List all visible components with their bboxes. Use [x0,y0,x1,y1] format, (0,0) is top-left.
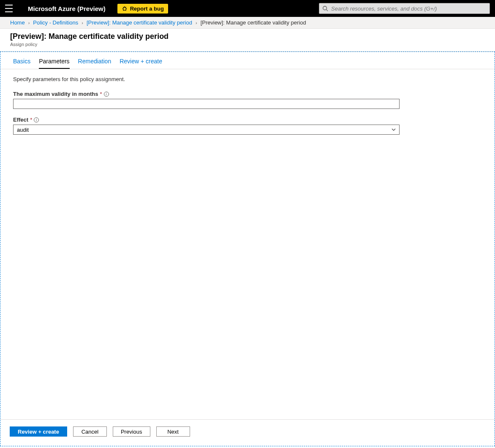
breadcrumb-current: [Preview]: Manage certificate validity p… [201,19,306,26]
max-validity-label: The maximum validity in months [13,91,98,97]
report-bug-label: Report a bug [130,5,164,12]
previous-button[interactable]: Previous [113,426,150,437]
breadcrumb-home[interactable]: Home [10,19,25,26]
breadcrumb-policy-preview[interactable]: [Preview]: Manage certificate validity p… [87,19,192,26]
tab-remediation[interactable]: Remediation [78,58,112,69]
field-max-validity: The maximum validity in months * i [13,91,482,109]
report-bug-button[interactable]: Report a bug [117,4,168,14]
required-mark: * [100,91,102,97]
page-header: [Preview]: Manage certificate validity p… [0,29,495,52]
breadcrumb: Home › Policy - Definitions › [Preview]:… [0,17,495,29]
max-validity-input[interactable] [13,99,400,109]
tab-review-create[interactable]: Review + create [120,58,162,69]
hamburger-menu-icon[interactable] [5,5,13,12]
search-input[interactable] [319,3,490,14]
info-icon[interactable]: i [104,92,109,97]
tabs: Basics Parameters Remediation Review + c… [0,52,495,69]
tab-basics[interactable]: Basics [13,58,30,69]
footer-actions: Review + create Cancel Previous Next [0,419,495,446]
required-mark: * [30,117,32,123]
effect-label: Effect [13,117,28,123]
search-icon [322,5,328,11]
chevron-right-icon: › [28,20,30,25]
chevron-right-icon: › [82,20,83,25]
top-header: Microsoft Azure (Preview) Report a bug [0,0,495,17]
brand-label: Microsoft Azure (Preview) [28,5,106,12]
info-icon[interactable]: i [34,117,39,122]
breadcrumb-policy-definitions[interactable]: Policy - Definitions [33,19,78,26]
review-create-button[interactable]: Review + create [10,426,67,437]
field-effect: Effect * i [13,117,482,135]
cancel-button[interactable]: Cancel [73,426,107,437]
form-body: Specify parameters for this policy assig… [0,69,495,419]
global-search [319,3,490,14]
page-subtitle: Assign policy [10,42,485,47]
form-description: Specify parameters for this policy assig… [13,76,482,82]
effect-select[interactable] [13,125,400,135]
svg-point-1 [323,6,327,10]
assign-policy-blade: Basics Parameters Remediation Review + c… [0,52,495,446]
tab-parameters[interactable]: Parameters [39,58,69,69]
chevron-right-icon: › [196,20,197,25]
bug-icon [122,5,128,11]
next-button[interactable]: Next [156,426,190,437]
page-title: [Preview]: Manage certificate validity p… [10,32,485,41]
